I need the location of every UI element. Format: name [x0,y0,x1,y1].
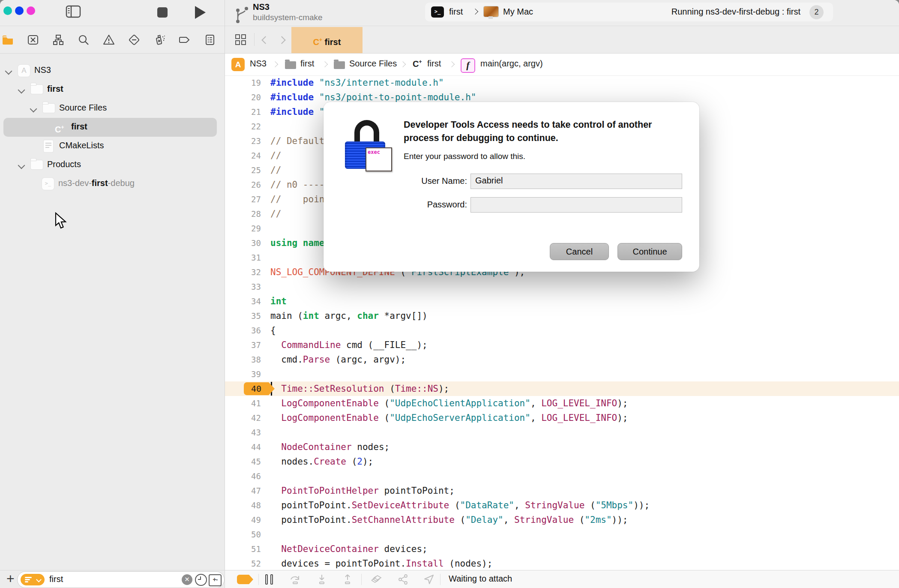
report-navigator-icon[interactable] [204,34,216,46]
breadcrumb-item[interactable]: first [427,59,441,69]
line-number[interactable]: 28 [225,207,261,221]
line-number[interactable]: 43 [225,425,261,440]
toggle-sidebar-icon[interactable] [66,5,81,18]
code-line[interactable]: 39 [225,367,899,381]
line-number[interactable]: 22 [225,119,261,134]
line-number[interactable]: 20 [225,90,261,105]
line-number[interactable]: 42 [225,411,261,425]
line-number[interactable]: 32 [225,265,261,279]
code-line[interactable]: 48 pointToPoint.SetDeviceAttribute ("Dat… [225,498,899,513]
breadcrumb-item[interactable]: Source Files [349,59,397,69]
breakpoints-toggle-icon[interactable] [237,575,249,584]
line-number[interactable]: 39 [225,367,261,381]
line-number[interactable]: 19 [225,75,261,90]
line-number[interactable]: 45 [225,454,261,469]
source-control-navigator-icon[interactable] [27,34,39,46]
project-navigator-icon[interactable] [2,34,14,46]
disclosure-chevron-icon[interactable] [5,68,12,75]
tree-row-first-file-selected[interactable]: C+ first [0,118,225,137]
tree-row-first-target[interactable]: first [0,80,225,99]
line-number[interactable]: 31 [225,250,261,265]
code-line[interactable]: 41 LogComponentEnable ("UdpEchoClientApp… [225,396,899,411]
step-out-icon[interactable] [342,573,354,585]
code-line[interactable]: 43 [225,425,899,440]
code-line[interactable]: 33 [225,279,899,294]
issue-count-badge[interactable]: 2 [809,5,824,19]
filter-field[interactable]: first ✕ +- [17,571,225,588]
recent-files-icon[interactable] [195,574,207,586]
tree-row-cmakelists[interactable]: CMakeLists [0,137,225,156]
line-number[interactable]: 52 [225,556,261,570]
line-number[interactable]: 35 [225,309,261,323]
debug-view-hierarchy-icon[interactable] [371,573,383,585]
line-number[interactable]: 49 [225,513,261,527]
code-line[interactable]: 45 nodes.Create (2); [225,454,899,469]
breakpoint-navigator-icon[interactable] [179,34,191,46]
code-line[interactable]: 42 LogComponentEnable ("UdpEchoServerApp… [225,411,899,425]
scheme-terminal-icon[interactable]: >_ [431,6,444,18]
code-line[interactable]: 37 CommandLine cmd (__FILE__); [225,338,899,352]
disclosure-chevron-icon[interactable] [18,162,25,169]
issue-navigator-icon[interactable] [103,34,115,46]
line-number[interactable]: 44 [225,440,261,454]
line-number[interactable]: 30 [225,236,261,250]
tree-row-products[interactable]: Products [0,156,225,174]
line-number[interactable]: 51 [225,542,261,556]
line-number[interactable]: 50 [225,527,261,542]
filter-input-value[interactable]: first [49,574,63,584]
tree-row-ns3[interactable]: A NS3 [0,61,225,80]
disclosure-chevron-icon[interactable] [18,87,25,94]
line-number[interactable]: 37 [225,338,261,352]
stop-button[interactable] [157,7,168,18]
go-forward-icon[interactable] [278,36,285,44]
filter-icon[interactable] [21,574,45,585]
tree-row-product-binary[interactable]: >_ ns3-dev-first-debug [0,174,225,193]
code-line[interactable]: 38 cmd.Parse (argc, argv); [225,352,899,367]
password-field[interactable] [470,197,682,213]
line-number[interactable]: 25 [225,163,261,177]
breadcrumb-item[interactable]: first [300,59,314,69]
line-number[interactable]: 27 [225,192,261,207]
simulate-location-icon[interactable] [423,573,435,585]
scheme-selector[interactable]: first [449,7,463,17]
disclosure-chevron-icon[interactable] [30,105,37,113]
code-line[interactable]: 34int [225,294,899,309]
line-number[interactable]: 26 [225,177,261,192]
code-line[interactable]: 51 NetDeviceContainer devices; [225,542,899,556]
code-line[interactable]: 50 [225,527,899,542]
symbol-navigator-icon[interactable] [52,34,64,46]
step-over-icon[interactable] [289,573,301,585]
code-line[interactable]: 35main (int argc, char *argv[]) [225,309,899,323]
code-line[interactable]: 46 [225,469,899,483]
pause-execution-icon[interactable] [265,574,275,585]
breadcrumb-item[interactable]: main(argc, argv) [480,59,543,69]
go-back-icon[interactable] [261,36,269,44]
code-line[interactable]: 44 NodeContainer nodes; [225,440,899,454]
run-button[interactable] [194,5,207,20]
close-window-button[interactable] [3,6,12,15]
find-navigator-icon[interactable] [78,34,90,46]
line-number[interactable]: 23 [225,134,261,148]
debug-memory-graph-icon[interactable] [397,573,409,585]
source-control-status-filter-icon[interactable]: +- [209,574,222,586]
code-line[interactable]: 47 PointToPointHelper pointToPoint; [225,483,899,498]
breadcrumb-item[interactable]: NS3 [250,59,267,69]
line-number[interactable]: 38 [225,352,261,367]
add-file-button[interactable]: + [6,571,15,587]
zoom-window-button[interactable] [27,6,35,15]
clear-filter-icon[interactable]: ✕ [182,574,192,585]
destination-selector[interactable]: My Mac [503,7,533,17]
debug-navigator-icon[interactable] [153,34,165,46]
tab-first[interactable]: C+ first [291,27,363,53]
minimize-window-button[interactable] [15,6,24,15]
line-number[interactable]: 29 [225,221,261,236]
line-number[interactable]: 21 [225,105,261,119]
test-navigator-icon[interactable] [128,34,140,46]
line-number[interactable]: 36 [225,323,261,338]
line-number[interactable]: 46 [225,469,261,483]
tree-row-source-files[interactable]: Source Files [0,99,225,118]
user-name-field[interactable]: Gabriel [470,174,682,189]
line-number[interactable]: 41 [225,396,261,411]
code-line[interactable]: 36{ [225,323,899,338]
code-line[interactable]: 49 pointToPoint.SetChannelAttribute ("De… [225,513,899,527]
